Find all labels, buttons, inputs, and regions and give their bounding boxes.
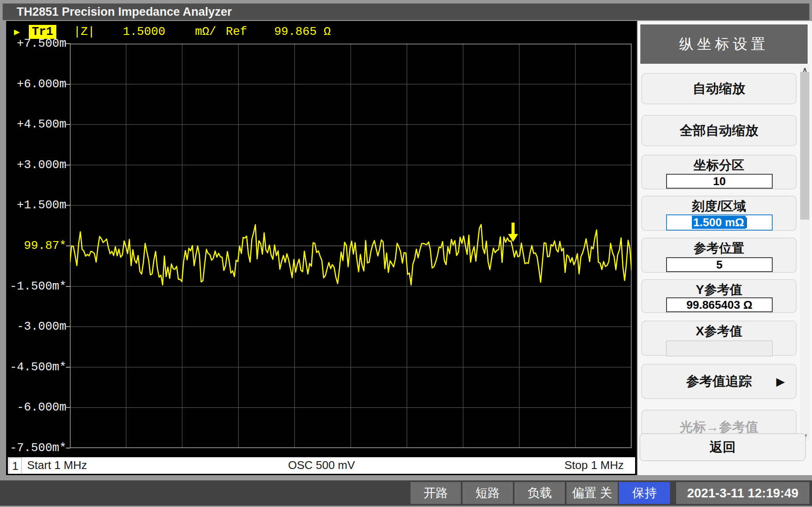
scrollbar-thumb[interactable]: [800, 72, 809, 220]
trace-header: ▶ Tr1 |Z| 1.5000 mΩ/ Ref 99.865 Ω: [6, 23, 574, 41]
plot-area: [70, 44, 632, 448]
side-panel: 纵坐标设置 自动缩放 全部自动缩放 坐标分区 10 刻度/区域 1.500 mΩ…: [638, 21, 812, 475]
divisions-input[interactable]: 10: [666, 174, 773, 189]
x-ref-value-input[interactable]: [666, 341, 773, 356]
datetime-display: 2021-3-11 12:19:49: [676, 482, 809, 504]
divisions-label: 坐标分区: [642, 157, 796, 174]
short-correction-button[interactable]: 短路: [463, 482, 513, 504]
y-ref-value-label: Y参考值: [642, 281, 796, 299]
scale-per-div-input[interactable]: 1.500 mΩ: [666, 214, 773, 231]
status-bar: 开路 短路 负载 偏置 关 保持 2021-3-11 12:19:49: [0, 480, 812, 506]
y-axis-label: -7.500m*: [6, 441, 66, 455]
y-ref-value-input[interactable]: 99.865403 Ω: [666, 297, 773, 312]
autoscale-all-button[interactable]: 全部自动缩放: [641, 115, 797, 146]
trace-ref-value: 99.865 Ω: [274, 25, 331, 38]
ref-tracking-button[interactable]: 参考值追踪 ▶: [641, 364, 797, 399]
osc-level: OSC 500 mV: [8, 457, 635, 473]
y-axis-label: -3.000m: [6, 320, 66, 334]
trace-ref-label: Ref: [226, 25, 247, 38]
active-trace-icon: ▶: [14, 26, 24, 38]
ref-position-input[interactable]: 5: [666, 257, 773, 272]
y-axis-label: -4.500m*: [6, 360, 66, 374]
window-title: TH2851 Precision Impedance Analyzer: [3, 3, 809, 20]
divisions-group: 坐标分区 10: [641, 155, 797, 190]
trace-parameter: |Z|: [74, 25, 95, 38]
submenu-arrow-icon: ▶: [777, 376, 784, 388]
y-axis-label: +6.000m: [6, 77, 66, 91]
x-ref-value-group: X参考值: [641, 321, 797, 356]
panel-scrollbar[interactable]: ∧ ∨: [800, 66, 810, 441]
scale-per-div-group: 刻度/区域 1.500 mΩ: [641, 196, 797, 231]
ref-position-label: 参考位置: [642, 240, 796, 257]
x-ref-value-label: X参考值: [642, 323, 796, 340]
selected-text: 1.500 mΩ: [692, 216, 745, 229]
y-axis-label: -6.000m: [6, 400, 66, 414]
y-axis-label: +4.500m: [6, 117, 66, 131]
scale-per-div-label: 刻度/区域: [642, 198, 796, 215]
trace-scale-unit: mΩ/: [195, 25, 216, 38]
load-correction-button[interactable]: 负载: [515, 482, 565, 504]
y-axis-label: +1.500m: [6, 198, 66, 212]
panel-title: 纵坐标设置: [640, 24, 808, 64]
bias-off-button[interactable]: 偏置 关: [567, 482, 618, 504]
frequency-strip: 1 Start 1 MHz OSC 500 mV Stop 1 MHz: [8, 457, 635, 474]
stop-frequency: Stop 1 MHz: [564, 457, 624, 473]
y-ref-value-group: Y参考值 99.865403 Ω: [641, 279, 797, 313]
y-axis-label: -1.500m*: [6, 279, 66, 293]
trace-scale-value: 1.5000: [123, 25, 165, 38]
back-button[interactable]: 返回: [639, 433, 806, 461]
ref-tracking-label: 参考值追踪: [686, 372, 752, 390]
y-axis-label: +3.000m: [6, 158, 66, 172]
open-correction-button[interactable]: 开路: [411, 482, 461, 504]
graph-region: ▶ Tr1 |Z| 1.5000 mΩ/ Ref 99.865 Ω +7.500…: [6, 21, 637, 475]
text-caret: [746, 217, 747, 228]
y-axis-label: 99.87*: [6, 239, 66, 253]
hold-button[interactable]: 保持: [619, 482, 670, 504]
marker-arrow-icon[interactable]: [508, 223, 518, 242]
impedance-plot: [70, 44, 632, 448]
autoscale-button[interactable]: 自动缩放: [641, 73, 797, 104]
y-axis-label: +7.500m: [6, 37, 66, 51]
ref-position-group: 参考位置 5: [641, 238, 797, 273]
